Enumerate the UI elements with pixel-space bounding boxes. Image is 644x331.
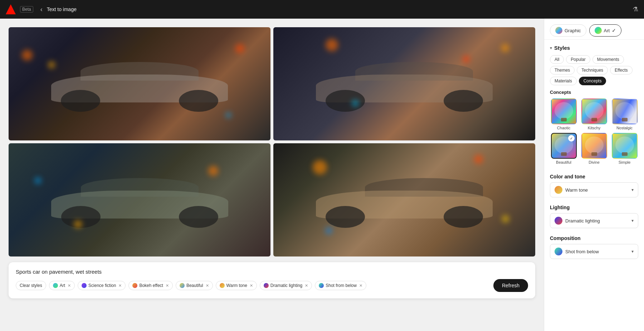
car-overlay-tr (273, 27, 535, 140)
color-tone-dropdown[interactable]: Warm tone ▾ (550, 182, 638, 197)
bokeh-tag-label: Bokeh effect (139, 283, 163, 288)
image-grid (9, 27, 535, 256)
chip-movements[interactable]: Movements (592, 55, 624, 64)
composition-left: Shot from below (555, 248, 599, 255)
beautiful-tag[interactable]: Beautiful ✕ (176, 281, 213, 290)
concepts-label: Concepts (550, 90, 638, 95)
art-tag[interactable]: Art ✕ (49, 281, 75, 290)
chip-themes[interactable]: Themes (550, 66, 575, 75)
bokeh-tag-close[interactable]: ✕ (166, 283, 169, 288)
concept-item-divine[interactable]: Divine (580, 133, 608, 164)
image-cell-top-right[interactable] (273, 27, 535, 140)
warm-tone-tag[interactable]: Warm tone ✕ (216, 281, 257, 290)
dramatic-tag-label: Dramatic lighting (270, 283, 302, 288)
lighting-chevron-icon: ▾ (631, 218, 634, 223)
beautiful-check-overlay: ✓ (568, 135, 575, 141)
chip-popular[interactable]: Popular (566, 55, 590, 64)
warm-tone-tag-close[interactable]: ✕ (250, 283, 253, 288)
scifi-tag-icon (82, 283, 87, 288)
main-layout: Sports car on pavement, wet streets Clea… (0, 19, 644, 331)
composition-section: Composition Shot from below ▾ (544, 232, 644, 263)
prompt-bar: Sports car on pavement, wet streets Clea… (9, 262, 535, 298)
scifi-tag-close[interactable]: ✕ (118, 283, 122, 288)
image-cell-bottom-left[interactable] (9, 143, 270, 256)
clear-styles-label: Clear styles (20, 283, 42, 288)
color-tone-label: Color and tone (550, 174, 638, 179)
bokeh-tag[interactable]: Bokeh effect ✕ (128, 281, 173, 290)
dramatic-lighting-tag[interactable]: Dramatic lighting ✕ (260, 281, 312, 290)
topbar: Beta ‹ Text to image ⚗ (0, 0, 644, 19)
balloon-basket-nostalgic (622, 118, 628, 121)
warm-tone-tag-label: Warm tone (226, 283, 247, 288)
shot-tag-close[interactable]: ✕ (359, 283, 362, 288)
styles-section-header[interactable]: ▾ Styles (550, 45, 638, 51)
car-shape-br (306, 169, 503, 231)
concept-item-chaotic[interactable]: Chaotic (550, 99, 577, 130)
lighting-section: Lighting Dramatic lighting ▾ (544, 201, 644, 232)
clear-styles-tag[interactable]: Clear styles (16, 281, 46, 290)
concept-thumb-simple (612, 133, 638, 159)
art-tag-label: Art (60, 283, 65, 288)
dramatic-lighting-icon (555, 217, 562, 225)
styles-section-title: Styles (554, 45, 570, 51)
car-shape-tl (42, 53, 238, 115)
image-cell-top-left[interactable] (9, 27, 270, 140)
car-overlay-bl (9, 143, 270, 256)
warm-tone-value: Warm tone (565, 187, 588, 193)
page-title: Text to image (47, 6, 77, 12)
art-tag-close[interactable]: ✕ (68, 283, 71, 288)
filter-chips: All Popular Movements Themes Techniques … (550, 55, 638, 85)
car-overlay-tl (9, 27, 270, 140)
chip-materials[interactable]: Materials (550, 77, 577, 85)
right-sidebar: Graphic Art ✓ ▾ Styles All Popular Movem… (544, 19, 644, 331)
balloon-body-divine (585, 136, 604, 154)
car-shape-bl (42, 169, 238, 231)
shot-from-below-tag[interactable]: Shot from below ✕ (315, 281, 366, 290)
dramatic-tag-close[interactable]: ✕ (305, 283, 308, 288)
graphic-style-button[interactable]: Graphic (550, 24, 586, 37)
scifi-tag-label: Science fiction (88, 283, 116, 288)
back-button[interactable]: ‹ (40, 6, 43, 13)
chip-techniques[interactable]: Techniques (577, 66, 608, 75)
refresh-button[interactable]: Refresh (493, 279, 528, 292)
concept-name-beautiful: Beautiful (556, 160, 571, 164)
art-label: Art (604, 28, 610, 33)
image-cell-bottom-right[interactable] (273, 143, 535, 256)
concept-item-simple[interactable]: Simple (611, 133, 638, 164)
graphic-style-icon (555, 27, 562, 34)
lighting-dropdown[interactable]: Dramatic lighting ▾ (550, 213, 638, 228)
chip-all[interactable]: All (550, 55, 564, 64)
notification-icon[interactable]: ⚗ (633, 5, 638, 13)
concept-item-nostalgic[interactable]: Nostalgic (611, 99, 638, 130)
scifi-tag[interactable]: Science fiction ✕ (78, 281, 126, 290)
chip-effects[interactable]: Effects (610, 66, 632, 75)
composition-dropdown[interactable]: Shot from below ▾ (550, 244, 638, 259)
color-tone-left: Warm tone (555, 186, 588, 194)
balloon-body-simple (615, 136, 634, 154)
content-area: Sports car on pavement, wet streets Clea… (0, 19, 544, 331)
beautiful-tag-icon (180, 283, 185, 288)
concept-thumb-kitschy (581, 99, 607, 124)
tags-row: Clear styles Art ✕ Science fiction ✕ (16, 281, 491, 290)
warm-tone-tag-icon (220, 283, 225, 288)
concept-thumb-chaotic (551, 99, 577, 124)
composition-label: Composition (550, 235, 638, 241)
concept-item-kitschy[interactable]: Kitschy (580, 99, 608, 130)
shot-tag-label: Shot from below (326, 283, 357, 288)
tags-and-refresh: Clear styles Art ✕ Science fiction ✕ (16, 279, 528, 292)
concept-name-divine: Divine (589, 160, 600, 164)
art-style-button[interactable]: Art ✓ (589, 24, 622, 37)
balloon-basket-chaotic (561, 118, 567, 121)
beta-badge: Beta (20, 6, 33, 13)
concept-item-beautiful[interactable]: ✓ Beautiful (550, 133, 577, 164)
balloon-body-nostalgic (615, 102, 634, 119)
concept-grid: Chaotic Kitschy Nostalgic (550, 99, 638, 164)
beautiful-tag-close[interactable]: ✕ (206, 283, 209, 288)
style-type-row: Graphic Art ✓ (544, 19, 644, 40)
warm-tone-icon (555, 186, 562, 194)
chip-concepts[interactable]: Concepts (579, 77, 606, 85)
balloon-body-kitschy (585, 102, 604, 119)
concept-name-chaotic: Chaotic (557, 126, 570, 130)
balloon-basket-divine (591, 152, 597, 156)
concept-name-nostalgic: Nostalgic (616, 126, 633, 130)
